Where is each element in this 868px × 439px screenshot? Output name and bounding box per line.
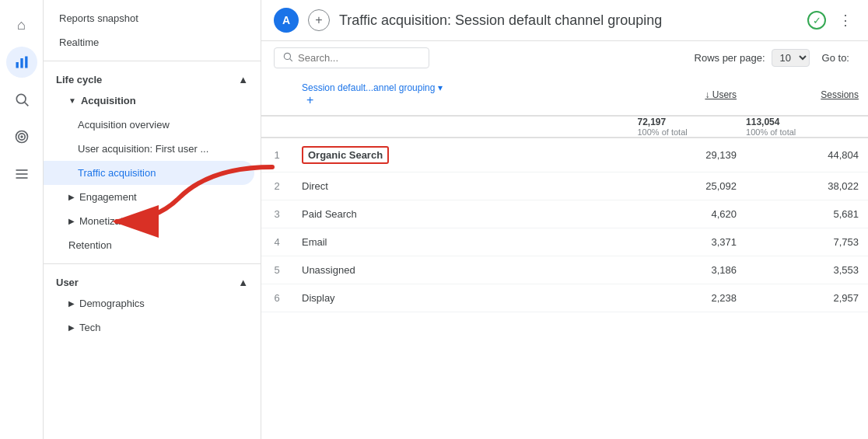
sidebar-divider-2 <box>44 263 261 264</box>
svg-line-4 <box>24 103 28 106</box>
total-label <box>292 116 637 138</box>
rows-per-page-control: Rows per page: 10 25 50 Go to: <box>695 49 856 67</box>
chevron-up-icon-2: ▲ <box>238 277 248 288</box>
more-options-button[interactable]: ⋮ <box>835 9 856 32</box>
toolbar-row: Rows per page: 10 25 50 Go to: <box>261 41 868 75</box>
chart-icon[interactable] <box>6 47 37 78</box>
main-content: A + Traffic acquisition: Session default… <box>261 0 868 439</box>
sessions-cell: 5,681 <box>746 200 868 228</box>
rank-cell: 3 <box>261 200 292 228</box>
sidebar-item-acquisition-overview[interactable]: Acquisition overview <box>44 113 261 137</box>
svg-point-7 <box>21 136 23 138</box>
add-column-button[interactable]: + <box>302 93 318 107</box>
users-cell: 4,620 <box>637 200 746 228</box>
goto-label: Go to: <box>822 52 849 64</box>
table-body: 1Organic Search29,13944,8042Direct25,092… <box>261 138 868 312</box>
sidebar-divider <box>44 61 261 61</box>
sidebar-item-tech[interactable]: ▶ Tech <box>44 315 261 340</box>
header-bar: A + Traffic acquisition: Session default… <box>261 0 868 41</box>
search-circle-icon[interactable] <box>6 84 37 115</box>
chevron-right-icon: ▶ <box>68 193 75 201</box>
table-header-row: Session default...annel grouping ▾ + ↓ U… <box>261 75 868 116</box>
sessions-sort-button[interactable]: Sessions <box>821 89 859 100</box>
add-comparison-button[interactable]: + <box>308 9 330 31</box>
sidebar-item-engagement[interactable]: ▶ Engagement <box>44 185 261 209</box>
sidebar-item-snapshot[interactable]: Reports snapshot <box>44 6 261 30</box>
users-col-header[interactable]: ↓ Users <box>637 75 746 116</box>
sessions-cell: 44,804 <box>746 138 868 172</box>
total-sessions: 113,054 100% of total <box>746 116 868 138</box>
rank-cell: 2 <box>261 172 292 200</box>
lifecycle-section[interactable]: Life cycle ▲ <box>44 68 261 89</box>
svg-rect-2 <box>25 57 27 68</box>
table-row: 2Direct25,09238,022 <box>261 172 868 200</box>
table-row: 6Display2,2382,957 <box>261 284 868 312</box>
avatar-button[interactable]: A <box>274 8 299 33</box>
sidebar-item-realtime[interactable]: Realtime <box>44 30 261 54</box>
sidebar-item-user-acquisition[interactable]: User acquisition: First user ... <box>44 137 261 161</box>
rank-cell: 4 <box>261 228 292 256</box>
users-cell: 3,371 <box>637 228 746 256</box>
chevron-right-demographics: ▶ <box>68 299 75 308</box>
rank-cell: 5 <box>261 256 292 284</box>
channel-cell[interactable]: Direct <box>292 172 637 200</box>
channel-cell[interactable]: Display <box>292 284 637 312</box>
sessions-cell: 38,022 <box>746 172 868 200</box>
sessions-cell: 7,753 <box>746 228 868 256</box>
svg-point-11 <box>284 53 290 59</box>
total-users: 72,197 100% of total <box>637 116 746 138</box>
table-row: 3Paid Search4,6205,681 <box>261 200 868 228</box>
table-row: 1Organic Search29,13944,804 <box>261 138 868 172</box>
users-cell: 3,186 <box>637 256 746 284</box>
users-sort-button[interactable]: ↓ Users <box>705 89 737 100</box>
user-section[interactable]: User ▲ <box>44 270 261 291</box>
svg-rect-0 <box>16 62 18 68</box>
channel-cell[interactable]: Unassigned <box>292 256 637 284</box>
users-cell: 25,092 <box>637 172 746 200</box>
users-cell: 29,139 <box>637 138 746 172</box>
chevron-right-icon2: ▶ <box>68 217 75 225</box>
status-badge: ✓ <box>807 11 826 30</box>
sessions-cell: 2,957 <box>746 284 868 312</box>
page-title: Traffic acquisition: Session default cha… <box>339 12 798 29</box>
sidebar: Reports snapshot Realtime Life cycle ▲ ▼… <box>44 0 261 439</box>
home-icon[interactable]: ⌂ <box>6 9 37 40</box>
table-row: 4Email3,3717,753 <box>261 228 868 256</box>
icon-rail: ⌂ <box>0 0 44 439</box>
list-icon[interactable] <box>6 159 37 190</box>
channel-cell[interactable]: Organic Search <box>292 138 637 172</box>
chevron-down-icon: ▼ <box>68 96 76 105</box>
sidebar-item-demographics[interactable]: ▶ Demographics <box>44 291 261 315</box>
users-cell: 2,238 <box>637 284 746 312</box>
chevron-up-icon: ▲ <box>238 74 248 85</box>
sessions-col-header[interactable]: Sessions <box>746 75 868 116</box>
svg-rect-1 <box>20 58 23 68</box>
channel-cell[interactable]: Email <box>292 228 637 256</box>
search-input[interactable] <box>298 52 407 64</box>
sidebar-item-acquisition[interactable]: ▼ Acquisition <box>44 89 261 113</box>
sessions-cell: 3,553 <box>746 256 868 284</box>
rank-col-header <box>261 75 292 116</box>
svg-line-12 <box>290 59 292 61</box>
table-total-row: 72,197 100% of total 113,054 100% of tot… <box>261 116 868 138</box>
table-row: 5Unassigned3,1863,553 <box>261 256 868 284</box>
svg-point-3 <box>16 94 26 103</box>
data-table: Session default...annel grouping ▾ + ↓ U… <box>261 75 868 439</box>
rows-per-page-select[interactable]: 10 25 50 <box>772 49 810 67</box>
chevron-right-tech: ▶ <box>68 323 75 332</box>
channel-cell[interactable]: Paid Search <box>292 200 637 228</box>
sidebar-item-traffic-acquisition[interactable]: Traffic acquisition <box>44 161 254 185</box>
sidebar-item-monetization[interactable]: ▶ Monetization <box>44 209 261 233</box>
rows-label: Rows per page: <box>695 52 765 64</box>
rank-cell: 6 <box>261 284 292 312</box>
dropdown-arrow-icon: ▾ <box>438 82 443 93</box>
target-icon[interactable] <box>6 121 37 152</box>
search-icon <box>282 51 293 64</box>
channel-sort-button[interactable]: Session default...annel grouping ▾ <box>302 82 443 93</box>
search-box[interactable] <box>274 47 429 68</box>
rank-cell: 1 <box>261 138 292 172</box>
sidebar-item-retention[interactable]: Retention <box>44 233 261 257</box>
channel-col-header[interactable]: Session default...annel grouping ▾ + <box>292 75 637 116</box>
